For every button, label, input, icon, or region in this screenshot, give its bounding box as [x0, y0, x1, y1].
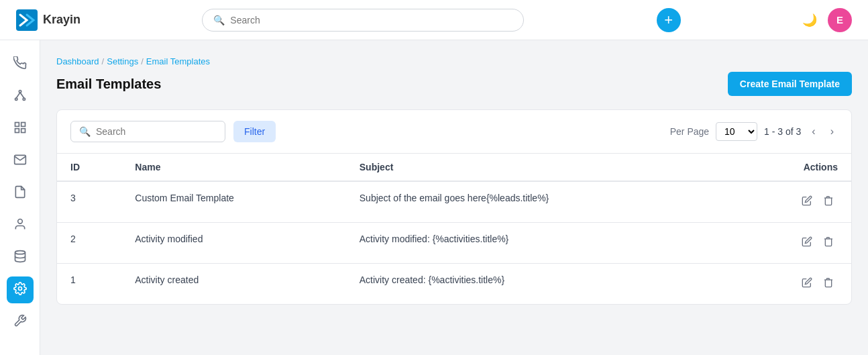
breadcrumb: Dashboard / Settings / Email Templates: [56, 56, 852, 66]
svg-rect-6: [15, 122, 19, 126]
breadcrumb-settings[interactable]: Settings: [107, 56, 138, 66]
global-search-bar: 🔍: [202, 9, 524, 32]
pagination-info: 1 - 3 of 3: [764, 126, 801, 137]
breadcrumb-dashboard[interactable]: Dashboard: [56, 56, 99, 66]
col-name: Name: [121, 154, 345, 181]
row-subject: Subject of the email goes here{%leads.ti…: [346, 181, 732, 223]
table-body: 3 Custom Email Template Subject of the e…: [57, 181, 851, 304]
row-actions: [732, 223, 851, 264]
svg-point-1: [19, 90, 21, 92]
storage-icon: [13, 250, 27, 266]
svg-point-3: [23, 98, 25, 100]
pagination-prev-button[interactable]: ‹: [808, 123, 819, 140]
delete-button-2[interactable]: [819, 274, 838, 293]
edit-button-0[interactable]: [798, 193, 816, 211]
svg-line-4: [16, 92, 20, 97]
col-id: ID: [57, 154, 121, 181]
search-icon: 🔍: [79, 126, 91, 137]
sidebar-item-wrench[interactable]: [7, 309, 34, 336]
row-id: 3: [57, 181, 121, 223]
email-templates-card: 🔍 Filter Per Page 10 25 50 100 1 - 3 of …: [56, 109, 852, 305]
breadcrumb-email-templates[interactable]: Email Templates: [146, 56, 210, 66]
email-templates-table: ID Name Subject Actions 3 Custom Email T…: [57, 154, 851, 304]
top-nav: Krayin 🔍 + 🌙 E: [0, 0, 868, 40]
svg-point-12: [18, 287, 21, 290]
filter-button[interactable]: Filter: [233, 121, 276, 142]
sidebar-item-phone[interactable]: [7, 51, 34, 78]
network-icon: [13, 89, 27, 105]
mail-icon: [13, 153, 27, 170]
settings-icon: [13, 282, 27, 299]
sidebar-item-mail[interactable]: [7, 148, 34, 174]
table-row: 2 Activity modified Activity modified: {…: [57, 223, 851, 264]
logo: Krayin: [16, 9, 80, 31]
row-actions: [732, 181, 851, 223]
add-button[interactable]: +: [657, 8, 681, 32]
sidebar-item-settings[interactable]: [7, 276, 34, 303]
sidebar-item-list[interactable]: [7, 115, 34, 142]
sidebar-item-person[interactable]: [7, 212, 34, 239]
row-id: 1: [57, 264, 121, 305]
svg-point-2: [15, 98, 17, 100]
user-avatar[interactable]: E: [828, 8, 852, 32]
pagination-next-button[interactable]: ›: [826, 123, 838, 140]
row-name: Activity created: [121, 264, 345, 305]
dark-mode-toggle[interactable]: 🌙: [802, 13, 817, 28]
table-header: ID Name Subject Actions: [57, 154, 851, 181]
page-header: Email Templates Create Email Template: [56, 72, 852, 96]
edit-button-2[interactable]: [798, 274, 816, 293]
svg-point-11: [15, 250, 25, 254]
main-content: Dashboard / Settings / Email Templates E…: [40, 40, 868, 355]
page-title: Email Templates: [56, 77, 161, 92]
breadcrumb-sep-1: /: [102, 56, 105, 66]
svg-point-10: [17, 219, 22, 223]
row-subject: Activity created: {%activities.title%}: [346, 264, 732, 305]
sidebar: [0, 40, 40, 355]
person-icon: [13, 217, 27, 234]
svg-rect-8: [15, 128, 19, 132]
table-row: 1 Activity created Activity created: {%a…: [57, 264, 851, 305]
svg-line-5: [20, 92, 24, 97]
delete-button-1[interactable]: [819, 234, 838, 252]
row-name: Custom Email Template: [121, 181, 345, 223]
breadcrumb-sep-2: /: [141, 56, 144, 66]
row-subject: Activity modified: {%activities.title%}: [346, 223, 732, 264]
toolbar-right: Per Page 10 25 50 100 1 - 3 of 3 ‹ ›: [670, 122, 838, 141]
notes-icon: [13, 185, 27, 202]
edit-button-1[interactable]: [798, 234, 816, 252]
phone-icon: [13, 56, 27, 73]
app-name: Krayin: [43, 13, 80, 27]
row-id: 2: [57, 223, 121, 264]
per-page-label: Per Page: [670, 126, 709, 137]
col-actions: Actions: [732, 154, 851, 181]
create-email-template-button[interactable]: Create Email Template: [728, 72, 852, 96]
logo-icon: [16, 9, 38, 31]
delete-button-0[interactable]: [819, 193, 838, 211]
list-icon: [13, 121, 27, 138]
search-input[interactable]: [96, 126, 217, 137]
svg-rect-9: [21, 128, 25, 132]
toolbar: 🔍 Filter Per Page 10 25 50 100 1 - 3 of …: [57, 110, 851, 154]
sidebar-item-notes[interactable]: [7, 180, 34, 207]
sidebar-item-network[interactable]: [7, 83, 34, 110]
wrench-icon: [13, 314, 27, 331]
svg-rect-7: [21, 122, 25, 126]
global-search-input[interactable]: [230, 15, 512, 26]
search-icon: 🔍: [213, 15, 225, 26]
search-input-wrap: 🔍: [70, 121, 225, 142]
per-page-select[interactable]: 10 25 50 100: [716, 122, 757, 141]
row-actions: [732, 264, 851, 305]
toolbar-left: 🔍 Filter: [70, 121, 276, 142]
row-name: Activity modified: [121, 223, 345, 264]
nav-right: 🌙 E: [802, 8, 852, 32]
table-row: 3 Custom Email Template Subject of the e…: [57, 181, 851, 223]
sidebar-item-storage[interactable]: [7, 244, 34, 271]
col-subject: Subject: [346, 154, 732, 181]
